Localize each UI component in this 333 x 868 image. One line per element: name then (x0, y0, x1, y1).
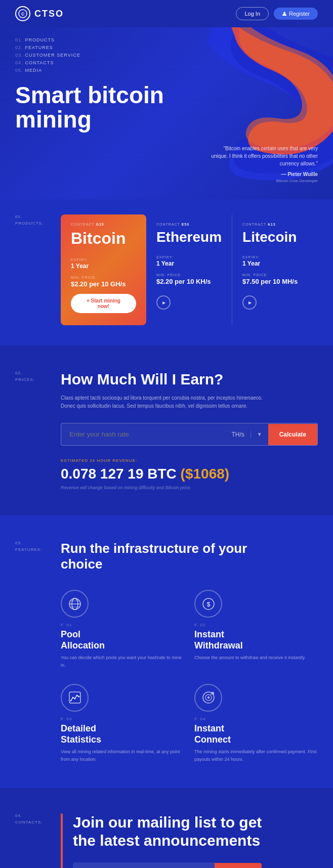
login-button[interactable]: Log In (236, 7, 269, 20)
features-section: 03. FEATURES: Run the infrastructure of … (0, 515, 333, 788)
features-title: Run the infrastructure of your choice (61, 541, 273, 572)
header-buttons: Log In Register (236, 7, 318, 20)
logo-text: CTSO (34, 9, 64, 19)
prices-section-num: 02. (15, 371, 51, 375)
earn-title: How Much Will I Earn? (61, 371, 318, 388)
revenue-note: Revenue will change based on mining diff… (61, 485, 318, 490)
contacts-content: Join our mailing list to get the latest … (73, 813, 262, 868)
svg-point-14 (76, 695, 77, 697)
svg-text:$: $ (206, 601, 210, 608)
subscribe-button[interactable]: Subscribe (215, 863, 262, 868)
products-grid: CONTRACT G20 Bitcoin EXPIRY: 1 Year MIN.… (61, 214, 318, 325)
bitcoin-expiry-label: EXPIRY: (71, 258, 136, 262)
coin-icon: $ (201, 597, 216, 611)
register-button[interactable]: Register (274, 8, 318, 20)
feature-connect-icon-wrap (194, 684, 222, 712)
ethereum-price-label: MIN. PRICE: (156, 273, 222, 277)
hero-title: Smart bitcoin mining (15, 83, 177, 132)
hash-unit: TH/s (225, 431, 251, 438)
ethereum-expiry: 1 Year (156, 260, 222, 267)
svg-point-2 (283, 12, 285, 14)
main-nav: 01.PRODUCTS 02.FEATURES 03.CUSTOMER SERV… (15, 37, 318, 73)
nav-item-media[interactable]: 05.MEDIA (15, 68, 318, 73)
litecoin-price-label: MIN. PRICE: (242, 273, 308, 277)
email-input[interactable] (73, 862, 215, 868)
feature-connect-desc: The mining starts immediately after conf… (194, 748, 318, 763)
feature-pool-desc: You can decide which pools you want your… (61, 654, 184, 669)
bitcoin-expiry: 1 Year (71, 263, 136, 270)
calculate-button[interactable]: Calculate (268, 424, 317, 445)
hash-rate-input[interactable] (61, 423, 225, 445)
feature-stats-title: DetailedStatistics (61, 723, 184, 745)
bitcoin-contract-label: CONTRACT G20 (71, 223, 136, 226)
litecoin-play-button[interactable] (242, 295, 257, 310)
products-section: 01. PRODUCTS: CONTRACT G20 Bitcoin EXPIR… (0, 199, 333, 345)
feature-withdrawal-icon-wrap: $ (194, 590, 222, 618)
nav-item-products[interactable]: 01.PRODUCTS (15, 37, 318, 42)
feature-withdrawal-title: InstantWithdrawal (194, 629, 318, 651)
product-card-litecoin: CONTRACT A13 Litecoin EXPIRY: 1 Year MIN… (232, 214, 318, 325)
litecoin-expiry-label: EXPIRY: (242, 255, 308, 259)
feature-detailed-statistics: F. 03 DetailedStatistics View all mining… (61, 684, 184, 763)
ethereum-product-name: Ethereum (156, 229, 222, 245)
nav-item-customer-service[interactable]: 03.CUSTOMER SERVICE (15, 53, 318, 58)
globe-icon (68, 597, 82, 611)
features-grid: F. 01 PoolAllocation You can decide whic… (61, 590, 318, 763)
litecoin-contract-label: CONTRACT A13 (242, 223, 308, 226)
bitcoin-price: $2.20 per 10 GH/s (71, 280, 136, 288)
target-icon (201, 690, 216, 705)
hash-rate-input-row: TH/s ▼ Calculate (61, 423, 318, 446)
feature-withdrawal-num: F. 02 (194, 623, 318, 627)
ethereum-contract-label: CONTRACT E50 (156, 223, 222, 226)
svg-point-18 (207, 697, 210, 699)
feature-pool-icon-wrap (61, 590, 89, 618)
feature-pool-title: PoolAllocation (61, 629, 184, 651)
feature-instant-connect: F. 04 InstantConnect The mining starts i… (194, 684, 318, 763)
feature-connect-title: InstantConnect (194, 723, 318, 745)
feature-pool-allocation: F. 01 PoolAllocation You can decide whic… (61, 590, 184, 669)
feature-pool-num: F. 01 (61, 623, 184, 627)
svg-point-12 (72, 697, 73, 699)
svg-point-11 (70, 700, 71, 702)
product-card-ethereum: CONTRACT E50 Ethereum EXPIRY: 1 Year MIN… (146, 214, 232, 325)
bitcoin-start-button[interactable]: + Start mining now! (71, 294, 136, 313)
hash-dropdown[interactable]: ▼ (251, 431, 268, 437)
feature-stats-desc: View all mining related information in r… (61, 748, 184, 763)
contacts-title: Join our mailing list to get the latest … (73, 813, 262, 850)
features-section-label: FEATURES: (15, 547, 51, 552)
litecoin-expiry: 1 Year (242, 260, 308, 267)
feature-connect-num: F. 04 (194, 717, 318, 721)
prices-section: 02. PRICES: How Much Will I Earn? Class … (0, 345, 333, 515)
features-section-num: 03. (15, 541, 51, 545)
litecoin-price: $7.50 per 10 MH/s (242, 278, 308, 285)
earn-description: Class aptent taciti sociosqu ad litora t… (61, 394, 273, 410)
svg-rect-10 (69, 692, 80, 703)
bitcoin-product-name: Bitcoin (71, 229, 136, 248)
logo: © CTSO (15, 6, 64, 21)
svg-text:©: © (21, 12, 25, 17)
nav-list: 01.PRODUCTS 02.FEATURES 03.CUSTOMER SERV… (15, 37, 318, 73)
product-card-bitcoin: CONTRACT G20 Bitcoin EXPIRY: 1 Year MIN.… (61, 214, 146, 325)
contacts-section: 04. CONTACTS: Join our mailing list to g… (0, 788, 333, 868)
products-section-num: 01. (15, 214, 51, 219)
feature-withdrawal-desc: Choose the amount to withdraw and receiv… (194, 654, 318, 661)
bitcoin-price-label: MIN. PRICE: (71, 276, 136, 279)
chart-icon (68, 690, 82, 705)
svg-point-15 (78, 696, 79, 698)
contacts-bar (61, 813, 63, 868)
revenue-usd: ($1068) (181, 466, 230, 482)
hero-quote: "Bitcoin enables certain uses that are v… (206, 145, 318, 184)
nav-item-contacts[interactable]: 04.CONTACTS (15, 60, 318, 65)
nav-item-features[interactable]: 02.FEATURES (15, 45, 318, 50)
ethereum-expiry-label: EXPIRY: (156, 255, 222, 259)
ethereum-play-button[interactable] (156, 295, 171, 310)
prices-section-label: PRICES: (15, 377, 51, 382)
svg-point-13 (74, 698, 75, 700)
feature-stats-num: F. 03 (61, 717, 184, 721)
feature-instant-withdrawal: $ F. 02 InstantWithdrawal Choose the amo… (194, 590, 318, 669)
revenue-label: ESTIMATED 24 HOUR REVENUE: (61, 458, 318, 463)
logo-icon: © (15, 6, 30, 21)
feature-stats-icon-wrap (61, 684, 89, 712)
email-row: Subscribe (73, 862, 262, 868)
ethereum-price: $2.20 per 10 KH/s (156, 278, 222, 285)
